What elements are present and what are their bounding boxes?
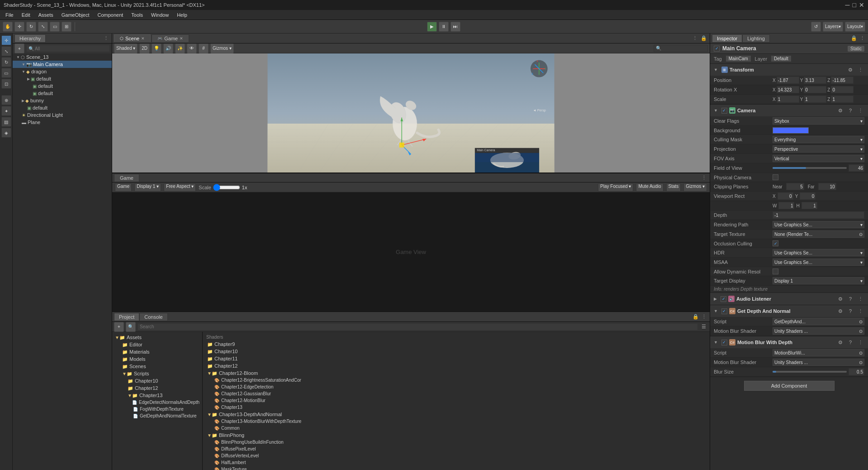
hier-item-dragon-default3[interactable]: ▣ default [13, 90, 112, 97]
proj-file-gauss[interactable]: 🎨 Chapter12-MotionBlur [204, 397, 708, 404]
step-btn[interactable]: ⏭ [451, 22, 460, 32]
project-lock-btn[interactable]: 🔒 [692, 313, 700, 321]
viewport-lock-btn[interactable]: 🔒 [700, 34, 708, 43]
gizmos-select[interactable]: Gizmos ▾ [683, 183, 707, 192]
proj-scripts[interactable]: ▼📁 Scripts [112, 370, 202, 377]
scale-tool-btn[interactable]: ⤡ [38, 22, 48, 32]
motion-blur-shader-value[interactable]: Unity Shaders ... ⊙ [773, 359, 864, 366]
transform-settings-btn[interactable]: ⚙ [846, 66, 854, 74]
proj-file-diffvert[interactable]: 🎨 HalfLambert [204, 459, 708, 466]
get-depth-header[interactable]: ▼ C# Get Depth And Normal ⚙ ? ⋮ [710, 305, 868, 317]
hier-item-maincam[interactable]: ▼ 📷 Main Camera [13, 61, 112, 68]
proj-fogdepth[interactable]: 📄 FogWithDepthTexture [112, 406, 202, 412]
proj-file-ch8[interactable]: 📁 Chapter9 [204, 341, 708, 348]
scene-tool-7[interactable]: ✦ [1, 106, 11, 116]
blur-size-slider[interactable] [773, 371, 847, 373]
scene-gizmos-btn[interactable]: Gizmos ▾ [210, 43, 234, 53]
game-display-tab[interactable]: Game [114, 174, 139, 182]
inspector-lock-btn[interactable]: 🔒 [850, 34, 858, 43]
proj-materials[interactable]: 📁 Materials [112, 348, 202, 355]
menu-edit[interactable]: Edit [18, 11, 34, 19]
camera-settings-btn[interactable]: ⚙ [836, 106, 844, 115]
menu-assets[interactable]: Assets [35, 11, 57, 19]
hier-item-bunny[interactable]: ▶ ◆ bunny [13, 97, 112, 104]
proj-edgedetect[interactable]: 📄 EdgeDetectNormalsAndDepth [112, 399, 202, 406]
scene-fx-btn[interactable]: ✨ [175, 43, 185, 53]
hier-item-plane[interactable]: ▬ Plane [13, 119, 112, 126]
hierarchy-add-btn[interactable]: + [14, 43, 24, 53]
camera-enabled-cb[interactable] [721, 108, 727, 114]
hier-item-bunny-default[interactable]: ▣ default [13, 104, 112, 111]
blur-size-input[interactable] [849, 368, 864, 375]
hier-item-dragon-default1[interactable]: ▶ ▣ default [13, 75, 112, 82]
audio-more-btn[interactable]: ⋮ [856, 295, 864, 303]
transform-header[interactable]: ▼ ⊞ Transform ⚙ ⋮ [710, 64, 868, 76]
audio-help-btn[interactable]: ? [846, 295, 854, 303]
proj-file-ch11[interactable]: 📁 Chapter12 [204, 362, 708, 369]
depth-input[interactable] [773, 211, 864, 219]
proj-file-edgedet[interactable]: 🎨 Chapter12-GaussianBlur [204, 390, 708, 397]
proj-assets[interactable]: ▼📁 Assets [112, 334, 202, 341]
get-depth-shader-value[interactable]: Unity Shaders ... ⊙ [773, 327, 864, 335]
proj-ch10[interactable]: 📁 Chapter10 [112, 377, 202, 384]
scene-hide-btn[interactable]: 👁 [187, 43, 197, 53]
pos-y-input[interactable] [804, 77, 826, 84]
projection-dropdown[interactable]: Perspective ▾ [773, 145, 864, 153]
motion-blur-script-value[interactable]: MotionBlurWi... ⊙ [773, 349, 864, 356]
proj-file-bsc[interactable]: 🎨 Chapter12-EdgeDetection [204, 384, 708, 390]
proj-file-blinnphong[interactable]: 🎨 BlinnPhongUseBuildInFunction [204, 439, 708, 446]
rot-z-input[interactable] [831, 86, 854, 93]
proj-file-depnorm[interactable]: 🎨 Chapter13-MotionBlurWithDepthTexture [204, 418, 708, 425]
fov-axis-dropdown[interactable]: Vertical ▾ [773, 155, 864, 162]
scene-2d-btn[interactable]: 2D [139, 43, 150, 53]
add-component-btn[interactable]: Add Component [744, 381, 835, 391]
fov-value-input[interactable] [849, 164, 864, 172]
pause-btn[interactable]: ⏸ [439, 22, 449, 32]
pos-x-input[interactable] [777, 77, 799, 84]
get-depth-help-btn[interactable]: ? [846, 307, 854, 315]
play-focused-select[interactable]: Play Focused ▾ [598, 183, 633, 192]
hierarchy-options-btn[interactable]: ⋮ [102, 34, 110, 43]
target-display-dropdown[interactable]: Display 1 ▾ [773, 277, 864, 284]
layout-dropdown[interactable]: Layout ▾ [845, 22, 865, 32]
menu-tools[interactable]: Tools [128, 11, 147, 19]
hier-item-dirlight[interactable]: ☀ Directional Light [13, 111, 112, 119]
play-btn[interactable]: ▶ [427, 22, 437, 32]
project-tab[interactable]: Project [114, 313, 139, 321]
scene-view-mode-btn[interactable]: Shaded ▾ [114, 43, 138, 53]
hier-item-dragon-default2[interactable]: ▣ default [13, 82, 112, 90]
clear-flags-dropdown[interactable]: Skybox ▾ [773, 117, 864, 125]
scene-tool-6[interactable]: ⊕ [1, 95, 11, 105]
menu-component[interactable]: Component [94, 11, 127, 19]
minimize-btn[interactable]: ─ [845, 1, 850, 9]
proj-file-diffpix[interactable]: 🎨 DiffuseVertexLevel [204, 452, 708, 459]
scene-search-box[interactable]: 🔍 [654, 45, 708, 52]
hierarchy-tab[interactable]: Hierarchy [14, 34, 46, 43]
proj-editor[interactable]: 📁 Editor [112, 341, 202, 348]
viewport-more-btn[interactable]: ⋮ [691, 34, 699, 43]
lighting-tab[interactable]: Lighting [742, 34, 770, 43]
close-btn[interactable]: ✕ [859, 1, 864, 9]
proj-file-common[interactable]: ▼📁 BlinnPhong [204, 432, 708, 439]
hand-tool-btn[interactable]: ✋ [3, 22, 13, 32]
transform-more-btn[interactable]: ⋮ [856, 66, 864, 74]
game-tab-close[interactable]: ✕ [180, 36, 183, 41]
proj-ch12[interactable]: 📁 Chapter12 [112, 384, 202, 392]
project-add-btn[interactable]: + [114, 322, 124, 332]
occlusion-checkbox[interactable] [773, 240, 778, 246]
vp-h-input[interactable] [802, 202, 817, 209]
scene-grid-btn[interactable]: # [199, 43, 209, 53]
proj-file-ch9[interactable]: 📁 Chapter10 [204, 348, 708, 355]
scene-tool-8[interactable]: ▤ [1, 117, 11, 127]
scale-slider[interactable] [213, 185, 240, 190]
proj-models[interactable]: 📁 Models [112, 355, 202, 363]
get-depth-settings-btn[interactable]: ⚙ [836, 307, 844, 315]
project-more-btn[interactable]: ⋮ [700, 313, 708, 321]
proj-file-halflam[interactable]: 🎨 MaskTexture [204, 466, 708, 470]
pos-z-input[interactable] [831, 77, 854, 84]
camera-more-btn[interactable]: ⋮ [856, 106, 864, 115]
scene-light-btn[interactable]: 💡 [152, 43, 161, 53]
vp-w-input[interactable] [778, 202, 794, 209]
menu-window[interactable]: Window [147, 11, 172, 19]
layer-value[interactable]: Default [771, 55, 792, 62]
